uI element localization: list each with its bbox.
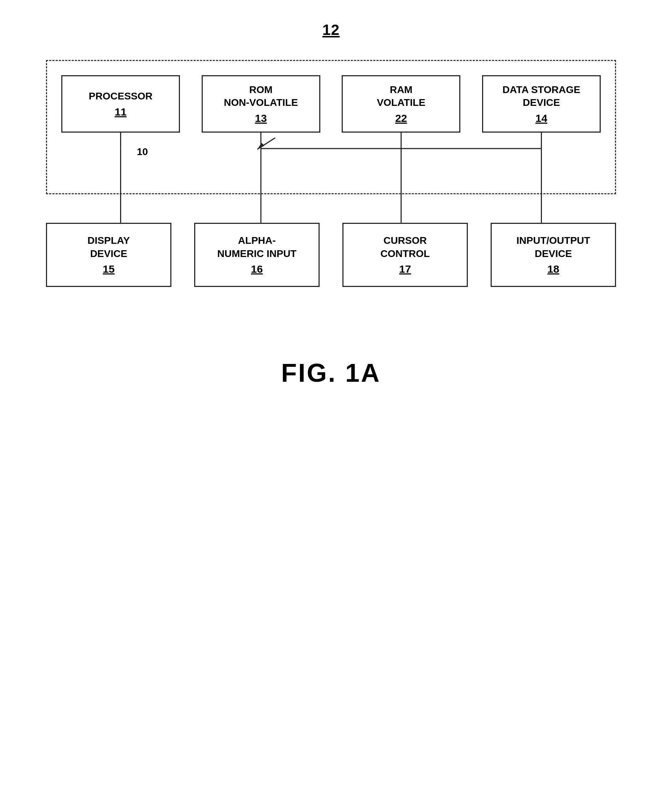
display-number: 15 [103, 263, 114, 275]
figure-label: FIG. 1A [281, 358, 381, 388]
alpha-numeric-label: ALPHA-NUMERIC INPUT [217, 234, 296, 260]
bottom-row: DISPLAYDEVICE 15 ALPHA-NUMERIC INPUT 16 … [46, 223, 616, 287]
top-row: PROCESSOR 11 ROMNON-VOLATILE 13 RAMVOLAT… [61, 75, 601, 133]
processor-label: PROCESSOR [89, 90, 153, 103]
cursor-control-box: CURSORCONTROL 17 [342, 223, 468, 287]
bus-label: 10 [137, 146, 148, 158]
ram-box: RAMVOLATILE 22 [342, 75, 460, 133]
rom-number: 13 [255, 112, 267, 124]
rom-label: ROMNON-VOLATILE [224, 84, 298, 109]
cursor-control-number: 17 [399, 263, 411, 275]
page-number: 12 [323, 21, 340, 39]
display-box: DISPLAYDEVICE 15 [46, 223, 171, 287]
ram-number: 22 [395, 112, 407, 124]
processor-box: PROCESSOR 11 [61, 75, 180, 133]
alpha-numeric-box: ALPHA-NUMERIC INPUT 16 [194, 223, 320, 287]
ram-label: RAMVOLATILE [377, 84, 426, 109]
data-storage-label: DATA STORAGEDEVICE [502, 84, 580, 109]
block-diagram: PROCESSOR 11 ROMNON-VOLATILE 13 RAMVOLAT… [46, 60, 616, 287]
system-boundary: PROCESSOR 11 ROMNON-VOLATILE 13 RAMVOLAT… [46, 60, 616, 194]
input-output-number: 18 [547, 263, 559, 275]
data-storage-box: DATA STORAGEDEVICE 14 [482, 75, 601, 133]
cursor-control-label: CURSORCONTROL [381, 234, 430, 260]
gap-connectors [46, 194, 616, 223]
input-output-label: INPUT/OUTPUTDEVICE [517, 234, 590, 260]
rom-box: ROMNON-VOLATILE 13 [202, 75, 320, 133]
data-storage-number: 14 [535, 112, 547, 124]
alpha-numeric-number: 16 [251, 263, 263, 275]
display-label: DISPLAYDEVICE [88, 234, 130, 260]
bus-area: 10 [61, 133, 601, 175]
processor-number: 11 [115, 106, 127, 118]
input-output-box: INPUT/OUTPUTDEVICE 18 [491, 223, 616, 287]
